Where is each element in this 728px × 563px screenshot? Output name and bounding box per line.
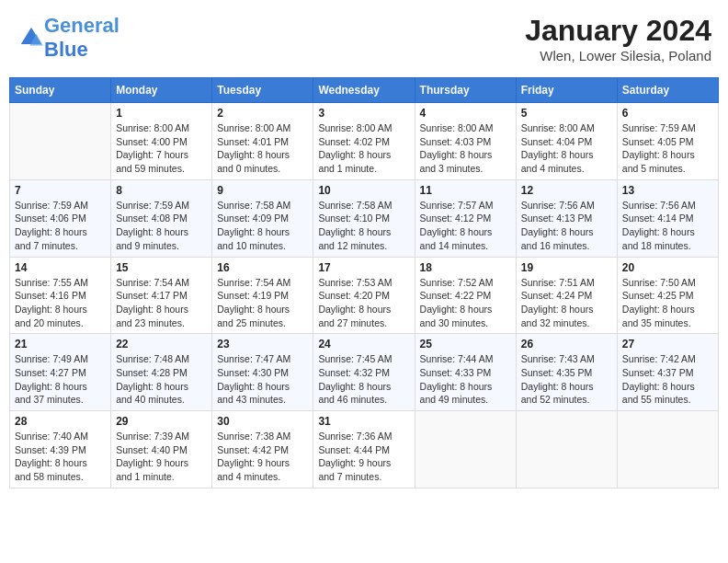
day-number: 11	[420, 184, 511, 197]
calendar-cell: 2Sunrise: 8:00 AMSunset: 4:01 PMDaylight…	[212, 103, 313, 180]
day-number: 30	[217, 415, 308, 428]
weekday-header: Saturday	[617, 78, 718, 103]
calendar-cell: 30Sunrise: 7:38 AMSunset: 4:42 PMDayligh…	[212, 411, 313, 488]
day-number: 23	[217, 338, 308, 350]
day-info: Sunrise: 7:58 AMSunset: 4:10 PMDaylight:…	[318, 199, 409, 253]
calendar-cell: 13Sunrise: 7:56 AMSunset: 4:14 PMDayligh…	[617, 179, 718, 257]
month-title: January 2024	[525, 14, 711, 48]
day-number: 19	[521, 261, 612, 274]
day-info: Sunrise: 7:42 AMSunset: 4:37 PMDaylight:…	[622, 352, 713, 407]
day-info: Sunrise: 7:57 AMSunset: 4:12 PMDaylight:…	[420, 199, 511, 253]
day-number: 6	[622, 107, 713, 120]
logo-text: General Blue	[44, 14, 119, 62]
calendar-week-row: 21Sunrise: 7:49 AMSunset: 4:27 PMDayligh…	[10, 334, 719, 411]
weekday-header: Monday	[111, 78, 212, 103]
day-info: Sunrise: 7:51 AMSunset: 4:24 PMDaylight:…	[521, 276, 612, 330]
calendar-cell: 16Sunrise: 7:54 AMSunset: 4:19 PMDayligh…	[212, 257, 313, 334]
day-number: 10	[318, 184, 409, 197]
calendar-cell: 26Sunrise: 7:43 AMSunset: 4:35 PMDayligh…	[516, 334, 617, 411]
calendar-cell: 17Sunrise: 7:53 AMSunset: 4:20 PMDayligh…	[313, 257, 415, 334]
day-info: Sunrise: 7:47 AMSunset: 4:30 PMDaylight:…	[217, 352, 308, 407]
day-info: Sunrise: 8:00 AMSunset: 4:01 PMDaylight:…	[217, 121, 308, 176]
weekday-header: Wednesday	[313, 78, 415, 103]
calendar-cell: 18Sunrise: 7:52 AMSunset: 4:22 PMDayligh…	[415, 257, 516, 334]
day-info: Sunrise: 7:39 AMSunset: 4:40 PMDaylight:…	[116, 430, 207, 484]
day-number: 16	[217, 261, 308, 274]
day-info: Sunrise: 7:59 AMSunset: 4:05 PMDaylight:…	[622, 121, 713, 176]
calendar-cell: 5Sunrise: 8:00 AMSunset: 4:04 PMDaylight…	[516, 103, 617, 180]
day-info: Sunrise: 7:44 AMSunset: 4:33 PMDaylight:…	[420, 352, 511, 407]
calendar-cell	[10, 103, 111, 180]
day-info: Sunrise: 7:59 AMSunset: 4:08 PMDaylight:…	[116, 199, 207, 253]
calendar-cell: 8Sunrise: 7:59 AMSunset: 4:08 PMDaylight…	[111, 179, 212, 257]
day-number: 2	[217, 107, 308, 120]
day-info: Sunrise: 7:49 AMSunset: 4:27 PMDaylight:…	[15, 352, 106, 407]
day-number: 14	[15, 261, 106, 274]
calendar-cell: 3Sunrise: 8:00 AMSunset: 4:02 PMDaylight…	[313, 103, 415, 180]
day-number: 18	[420, 261, 511, 274]
day-info: Sunrise: 8:00 AMSunset: 4:02 PMDaylight:…	[318, 121, 409, 176]
day-info: Sunrise: 7:55 AMSunset: 4:16 PMDaylight:…	[15, 276, 106, 330]
day-info: Sunrise: 7:52 AMSunset: 4:22 PMDaylight:…	[420, 276, 511, 330]
calendar-cell: 22Sunrise: 7:48 AMSunset: 4:28 PMDayligh…	[111, 334, 212, 411]
calendar-cell: 20Sunrise: 7:50 AMSunset: 4:25 PMDayligh…	[617, 257, 718, 334]
day-info: Sunrise: 7:59 AMSunset: 4:06 PMDaylight:…	[15, 199, 106, 253]
calendar-cell: 6Sunrise: 7:59 AMSunset: 4:05 PMDaylight…	[617, 103, 718, 180]
day-info: Sunrise: 7:54 AMSunset: 4:19 PMDaylight:…	[217, 276, 308, 330]
day-number: 15	[116, 261, 207, 274]
logo-blue: Blue	[44, 38, 88, 61]
day-info: Sunrise: 7:48 AMSunset: 4:28 PMDaylight:…	[116, 352, 207, 407]
day-info: Sunrise: 7:54 AMSunset: 4:17 PMDaylight:…	[116, 276, 207, 330]
day-number: 27	[622, 338, 713, 350]
day-number: 13	[622, 184, 713, 197]
calendar-cell: 11Sunrise: 7:57 AMSunset: 4:12 PMDayligh…	[415, 179, 516, 257]
calendar-cell: 23Sunrise: 7:47 AMSunset: 4:30 PMDayligh…	[212, 334, 313, 411]
calendar-cell: 4Sunrise: 8:00 AMSunset: 4:03 PMDaylight…	[415, 103, 516, 180]
calendar-week-row: 28Sunrise: 7:40 AMSunset: 4:39 PMDayligh…	[10, 411, 719, 488]
day-number: 26	[521, 338, 612, 350]
weekday-header: Tuesday	[212, 78, 313, 103]
calendar-cell	[516, 411, 617, 488]
calendar-cell: 25Sunrise: 7:44 AMSunset: 4:33 PMDayligh…	[415, 334, 516, 411]
day-number: 28	[15, 415, 106, 428]
day-info: Sunrise: 7:53 AMSunset: 4:20 PMDaylight:…	[318, 276, 409, 330]
day-number: 25	[420, 338, 511, 350]
day-number: 21	[15, 338, 106, 350]
day-info: Sunrise: 7:56 AMSunset: 4:14 PMDaylight:…	[622, 199, 713, 253]
calendar-cell: 29Sunrise: 7:39 AMSunset: 4:40 PMDayligh…	[111, 411, 212, 488]
logo: General Blue	[17, 14, 119, 62]
calendar-cell: 28Sunrise: 7:40 AMSunset: 4:39 PMDayligh…	[10, 411, 111, 488]
day-number: 24	[318, 338, 409, 350]
location-title: Wlen, Lower Silesia, Poland	[525, 48, 711, 63]
day-info: Sunrise: 8:00 AMSunset: 4:00 PMDaylight:…	[116, 121, 207, 176]
calendar-cell: 15Sunrise: 7:54 AMSunset: 4:17 PMDayligh…	[111, 257, 212, 334]
weekday-header: Sunday	[10, 78, 111, 103]
calendar-cell: 24Sunrise: 7:45 AMSunset: 4:32 PMDayligh…	[313, 334, 415, 411]
title-block: January 2024 Wlen, Lower Silesia, Poland	[525, 14, 711, 63]
logo-icon	[18, 25, 44, 51]
day-info: Sunrise: 7:58 AMSunset: 4:09 PMDaylight:…	[217, 199, 308, 253]
calendar-cell	[617, 411, 718, 488]
day-info: Sunrise: 7:36 AMSunset: 4:44 PMDaylight:…	[318, 430, 409, 484]
calendar-header-row: SundayMondayTuesdayWednesdayThursdayFrid…	[10, 78, 719, 103]
day-info: Sunrise: 8:00 AMSunset: 4:04 PMDaylight:…	[521, 121, 612, 176]
calendar-cell: 12Sunrise: 7:56 AMSunset: 4:13 PMDayligh…	[516, 179, 617, 257]
day-number: 31	[318, 415, 409, 428]
day-number: 1	[116, 107, 207, 120]
calendar-cell: 19Sunrise: 7:51 AMSunset: 4:24 PMDayligh…	[516, 257, 617, 334]
day-number: 5	[521, 107, 612, 120]
day-info: Sunrise: 7:38 AMSunset: 4:42 PMDaylight:…	[217, 430, 308, 484]
calendar-cell: 1Sunrise: 8:00 AMSunset: 4:00 PMDaylight…	[111, 103, 212, 180]
calendar-week-row: 1Sunrise: 8:00 AMSunset: 4:00 PMDaylight…	[10, 103, 719, 180]
calendar-week-row: 14Sunrise: 7:55 AMSunset: 4:16 PMDayligh…	[10, 257, 719, 334]
calendar-week-row: 7Sunrise: 7:59 AMSunset: 4:06 PMDaylight…	[10, 179, 719, 257]
day-info: Sunrise: 7:40 AMSunset: 4:39 PMDaylight:…	[15, 430, 106, 484]
calendar-cell: 31Sunrise: 7:36 AMSunset: 4:44 PMDayligh…	[313, 411, 415, 488]
day-info: Sunrise: 8:00 AMSunset: 4:03 PMDaylight:…	[420, 121, 511, 176]
day-number: 9	[217, 184, 308, 197]
calendar-cell: 14Sunrise: 7:55 AMSunset: 4:16 PMDayligh…	[10, 257, 111, 334]
day-number: 8	[116, 184, 207, 197]
day-number: 12	[521, 184, 612, 197]
calendar-cell	[415, 411, 516, 488]
logo-general: General	[44, 14, 119, 37]
